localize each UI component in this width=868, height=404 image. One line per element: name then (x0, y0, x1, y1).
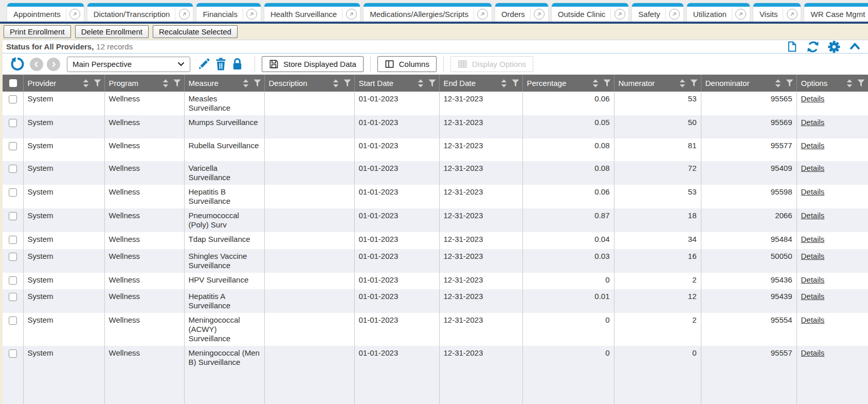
select-all-checkbox[interactable] (9, 79, 17, 87)
sort-icon[interactable] (592, 79, 599, 87)
tab-wr-case-mgmt[interactable]: WR Case Mgmt (804, 3, 868, 22)
print-enrollment-button[interactable]: Print Enrollment (4, 25, 71, 38)
column-header-provider[interactable]: Provider (23, 75, 104, 92)
toolbar-divider (255, 57, 255, 72)
details-link[interactable]: Details (801, 94, 825, 103)
tab-visits[interactable]: Visits (753, 3, 801, 22)
lock-icon[interactable] (231, 58, 243, 71)
details-link[interactable]: Details (801, 315, 825, 324)
tab-safety[interactable]: Safety (632, 3, 683, 22)
columns-button[interactable]: Columns (377, 56, 437, 72)
column-header-start-date[interactable]: Start Date (354, 75, 439, 92)
filter-icon[interactable] (94, 79, 101, 87)
details-link[interactable]: Details (801, 118, 825, 127)
open-in-new-icon[interactable] (243, 9, 261, 20)
column-header-options[interactable]: Options (797, 75, 868, 92)
filter-icon[interactable] (343, 79, 351, 87)
details-link[interactable]: Details (801, 187, 825, 196)
filter-icon[interactable] (786, 79, 793, 87)
filter-icon[interactable] (690, 79, 698, 87)
row-checkbox[interactable] (9, 188, 17, 197)
sort-icon[interactable] (83, 79, 89, 87)
sort-icon[interactable] (501, 79, 507, 87)
column-header-denominator[interactable]: Denominator (701, 75, 797, 92)
display-options-button[interactable]: Display Options (450, 56, 533, 72)
details-link[interactable]: Details (801, 252, 825, 260)
open-in-new-icon[interactable] (666, 9, 683, 20)
row-checkbox[interactable] (9, 293, 17, 301)
forward-icon[interactable] (47, 58, 60, 71)
new-document-icon[interactable] (786, 41, 798, 52)
filter-icon[interactable] (254, 79, 261, 87)
open-in-new-icon[interactable] (342, 9, 360, 20)
open-in-new-icon[interactable] (611, 9, 628, 20)
sort-icon[interactable] (418, 79, 424, 87)
row-checkbox[interactable] (9, 253, 17, 261)
tab-financials[interactable]: Financials (196, 3, 261, 22)
edit-pencil-icon[interactable] (197, 58, 210, 71)
sort-icon[interactable] (679, 79, 685, 87)
row-checkbox[interactable] (9, 142, 17, 150)
column-header-numerator[interactable]: Numerator (614, 75, 701, 92)
recalculate-selected-button[interactable]: Recalculate Selected (153, 25, 238, 38)
select-all-header[interactable] (3, 75, 23, 92)
cell-program: Wellness (104, 208, 184, 232)
column-header-program[interactable]: Program (104, 75, 184, 92)
details-link[interactable]: Details (801, 164, 825, 172)
filter-icon[interactable] (512, 79, 519, 87)
tab-appointments[interactable]: Appointments (7, 3, 84, 22)
delete-trash-icon[interactable] (215, 58, 227, 71)
table-row: SystemWellnessPneumococcal (Poly) Surv01… (3, 208, 868, 232)
column-header-end-date[interactable]: End Date (439, 75, 522, 92)
sort-icon[interactable] (243, 79, 249, 87)
tab-utilization[interactable]: Utilization (687, 3, 750, 22)
column-header-description[interactable]: Description (264, 75, 354, 92)
open-in-new-icon[interactable] (783, 9, 801, 20)
cell-numerator: 0 (614, 346, 701, 404)
sort-icon[interactable] (775, 79, 781, 87)
row-checkbox[interactable] (9, 349, 17, 358)
open-in-new-icon[interactable] (732, 9, 750, 20)
row-checkbox[interactable] (9, 276, 17, 285)
open-in-new-icon[interactable] (531, 9, 548, 20)
details-link[interactable]: Details (801, 275, 825, 284)
collapse-chevron-icon[interactable] (849, 42, 861, 51)
back-icon[interactable] (30, 58, 43, 71)
store-displayed-data-button[interactable]: Store Displayed Data (262, 56, 364, 72)
sort-icon[interactable] (162, 79, 169, 87)
tab-dictation-transcription[interactable]: Dictation/Transcription (87, 3, 193, 22)
row-checkbox[interactable] (9, 165, 17, 173)
filter-icon[interactable] (857, 79, 865, 87)
row-checkbox[interactable] (9, 119, 17, 127)
row-checkbox[interactable] (9, 236, 17, 244)
sort-icon[interactable] (333, 79, 339, 87)
details-link[interactable]: Details (801, 235, 825, 243)
row-checkbox[interactable] (9, 212, 17, 220)
column-header-percentage[interactable]: Percentage (522, 75, 614, 92)
open-in-new-icon[interactable] (175, 9, 193, 20)
details-link[interactable]: Details (801, 141, 825, 150)
details-link[interactable]: Details (801, 348, 825, 357)
details-link[interactable]: Details (801, 211, 825, 220)
cell-provider: System (23, 289, 104, 313)
delete-enrollment-button[interactable]: Delete Enrollment (75, 25, 149, 38)
tab-health-surveillance[interactable]: Health Surveillance (264, 3, 360, 22)
tab-medications-allergies-scripts[interactable]: Medications/Allergies/Scripts (364, 3, 492, 22)
row-checkbox[interactable] (9, 95, 17, 103)
filter-icon[interactable] (173, 79, 181, 87)
details-link[interactable]: Details (801, 292, 825, 301)
undo-icon[interactable] (10, 57, 24, 72)
tab-orders[interactable]: Orders (495, 3, 548, 22)
filter-icon[interactable] (428, 79, 436, 87)
cell-denominator: 95569 (701, 115, 797, 138)
perspective-select[interactable]: Main Perspective (67, 57, 190, 72)
column-header-measure[interactable]: Measure (184, 75, 264, 92)
open-in-new-icon[interactable] (66, 9, 84, 20)
open-in-new-icon[interactable] (474, 9, 492, 20)
settings-gear-icon[interactable] (828, 41, 840, 53)
refresh-icon[interactable] (807, 41, 819, 53)
tab-outside-clinic[interactable]: Outside Clinic (552, 3, 629, 22)
filter-icon[interactable] (603, 79, 611, 87)
sort-icon[interactable] (846, 79, 853, 87)
row-checkbox[interactable] (9, 317, 17, 325)
